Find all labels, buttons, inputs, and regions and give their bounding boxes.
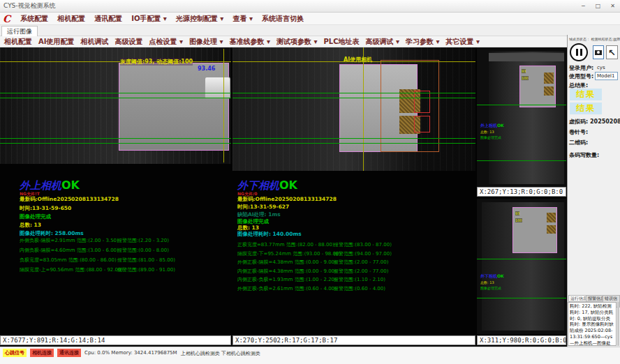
measurement-alarm: 报警范围:(2.20 - 3.20) (117, 237, 169, 244)
left-count: 总数: 13 (20, 222, 41, 229)
tool-learning-params[interactable]: 学习参数 ▾ (406, 37, 440, 47)
green-guide-line (477, 298, 566, 298)
winding-pin-label: 卷针号: (569, 128, 588, 136)
threshold-overlay-label: 灰度阈值:93, 动态阈值:100 (120, 58, 193, 66)
left-camera-name: 外上相机 (20, 179, 61, 192)
tab-run-image[interactable]: 运行图像 (1, 26, 38, 36)
tool-camera-debug[interactable]: 相机调试 (80, 37, 108, 47)
measurement-alarm: 报警范围:(2.00 - 77.00) (334, 268, 388, 275)
menu-item-language-switch[interactable]: 系统语言切换 (262, 14, 304, 24)
menubar: C 系统配置 相机配置 通讯配置 IO手配置 ▾ 光源控制配置 ▾ 查看 ▾ 系… (0, 13, 620, 25)
green-guide-line (0, 143, 231, 144)
menu-item-io-config[interactable]: IO手配置 ▾ (131, 14, 167, 24)
menu-item-comm-config[interactable]: 通讯配置 (94, 14, 122, 24)
undo-arrow-icon: ↖ (608, 48, 616, 57)
thumbnail-process-done: 图像处理完成 (480, 135, 501, 139)
left-camera-title: 外上相机OK (20, 179, 80, 192)
left-connector (205, 77, 230, 99)
green-guide-line (0, 98, 231, 98)
barcode-write-count-label: 条码写数量: (569, 151, 599, 159)
left-time: 时间:13-31-59-650 (20, 205, 71, 212)
left-process-time: 图像处理耗时: 258.00ms (20, 230, 84, 237)
model-select[interactable]: Model1 (595, 72, 618, 80)
green-guide-line (477, 259, 566, 259)
heartbeat-check-text: 上相机心跳检测类 下相机心跳检测类 (181, 349, 260, 357)
thumbnail-upper-camera: 93 100 外上相机OK 总数: 13 图像处理完成 (477, 47, 566, 187)
tabstrip: 运行图像 (0, 25, 620, 36)
blue-value-overlay: 93.46 (198, 66, 215, 72)
thumbnail-count: 总数: 13 (480, 280, 494, 285)
qr-code-label: 二维码: (569, 139, 588, 146)
log-scrollbar[interactable] (617, 302, 619, 346)
gold-patch (544, 86, 554, 96)
green-guide-line (232, 93, 475, 93)
model-label: 使用型号: (569, 73, 593, 80)
thumbnail-result-title: 外下相机OK (480, 273, 504, 280)
tool-ai-use-config[interactable]: AI使用配置 (38, 37, 74, 47)
pause-button[interactable] (570, 43, 588, 61)
green-guide-line (232, 143, 475, 144)
measurement-alarm: 报警范围:(94.00 - 97.00) (334, 250, 392, 257)
tool-image-process[interactable]: 图像处理 ▾ (189, 37, 223, 47)
app-logo-icon: C (3, 13, 10, 24)
sidebar-status-note: 城成员状态： 检测线程状态;故障线程状态 (569, 37, 620, 41)
login-user-label: 登录用户: (569, 64, 593, 72)
yellow-guide-line (363, 47, 364, 171)
tool-advanced-settings[interactable]: 高级设置 (115, 37, 142, 47)
ai-camera-overlay-label: AI使用相机 (344, 56, 372, 63)
measurement-alarm: 报警范围:(0.00 - 8.00) (117, 247, 169, 254)
tool-advanced-debug[interactable]: 高级调试 ▾ (366, 37, 400, 47)
virtual-code-label: 虚拟码: 20250208 (569, 118, 620, 126)
run-log: 耗时: 222, 缺陷检测耗时: 17, 缺陷分类耗时: 0, 缺陷提取分类耗时… (568, 302, 617, 346)
tool-camera-config[interactable]: 相机配置 (4, 37, 32, 47)
measurement-text: 内侧正极-负极=1.93mm 范围:(1.00 - 2.20) (237, 276, 337, 283)
middle-time: 时间:13-31-59-627 (237, 204, 289, 211)
thumbnail-threshold-label: 93 (522, 69, 526, 73)
tool-plc-address[interactable]: PLC地址表 (324, 37, 360, 47)
red-defect-box (414, 91, 430, 113)
maximize-button[interactable]: □ (591, 1, 605, 11)
tool-baseline-params[interactable]: 基准线参数 ▾ (230, 37, 271, 47)
menu-item-light-config[interactable]: 光源控制配置 ▾ (176, 14, 224, 24)
camera-connect-badge: 相机连接 (30, 349, 54, 357)
virtual-code-value: 20250208 (590, 119, 620, 125)
camera-button[interactable] (593, 45, 604, 59)
left-result-ok: OK (61, 179, 80, 192)
pixel-readout-left: X:7677;Y:891;R:14;G:14;B:14 (0, 335, 231, 345)
menu-item-camera-config[interactable]: 相机配置 (57, 14, 85, 24)
thumbnail-count: 总数: 13 (480, 130, 494, 134)
middle-camera-title: 外下相机OK (237, 179, 297, 192)
tool-other-settings[interactable]: 其它设置 ▾ (446, 37, 480, 47)
measurement-alarm: 报警范围:(0.60 - 4.00) (334, 285, 385, 292)
middle-camera-name: 外下相机 (237, 179, 279, 192)
measurement-text: 外侧正极-隔膜=4.38mm 范围:(0.00 - 9.00) (237, 259, 337, 266)
result-box-1: 结果 (570, 89, 602, 100)
thumbnail-lower-camera: 93 100 外下相机OK 总数: 13 图像处理完成 (477, 199, 566, 334)
close-button[interactable]: ✕ (605, 1, 620, 11)
measurement-alarm: 报警范围:(89.00 - 91.00) (117, 266, 175, 273)
result-box-2: 结果 (570, 103, 602, 114)
measurement-text: 内侧负极-隔膜=4.60mm 范围:(3.00 - 6.00) (20, 247, 119, 254)
measurement-alarm: 报警范围:(81.00 - 85.00) (117, 257, 175, 264)
cpu-memory-text: Cpu: 0.0% Memory: 3424.41796875M (84, 349, 177, 356)
tool-spot-check[interactable]: 点检设置 ▾ (149, 37, 183, 47)
green-guide-line (232, 98, 475, 98)
menu-item-system-config[interactable]: 系统配置 (20, 14, 48, 24)
undo-button[interactable]: ↖ (606, 45, 618, 59)
green-guide-line (477, 105, 566, 105)
middle-result-ok: OK (279, 179, 297, 192)
minimize-button[interactable]: ─ (576, 1, 591, 11)
left-process-done: 图像处理完成 (20, 213, 51, 220)
thumbnail-bright-band (489, 53, 564, 61)
pixel-readout-middle: X:270;Y:2502;R:17;G:17;B:17 (232, 335, 475, 345)
tool-test-params[interactable]: 测试项参数 ▾ (276, 37, 318, 47)
measurement-text: 负极宽度=83.05mm 范围:(80.00 - 86.00) (20, 257, 117, 264)
toolbar: 相机配置 AI使用配置 相机调试 高级设置 点检设置 ▾ 图像处理 ▾ 基准线参… (0, 36, 567, 47)
comm-connect-badge: 通讯连接 (57, 349, 81, 357)
thumbnail-threshold-label: 100 (515, 218, 522, 222)
green-guide-line (232, 138, 475, 139)
pixel-readout-thumb1: X:267;Y:13;R:0;G:0;B:0 (477, 187, 566, 197)
menu-item-view[interactable]: 查看 ▾ (232, 14, 253, 24)
middle-process-time: 图像处理耗时: 140.00ms (237, 231, 302, 238)
statusbar: 心跳信号 相机连接 通讯连接 Cpu: 0.0% Memory: 3424.41… (0, 347, 620, 364)
